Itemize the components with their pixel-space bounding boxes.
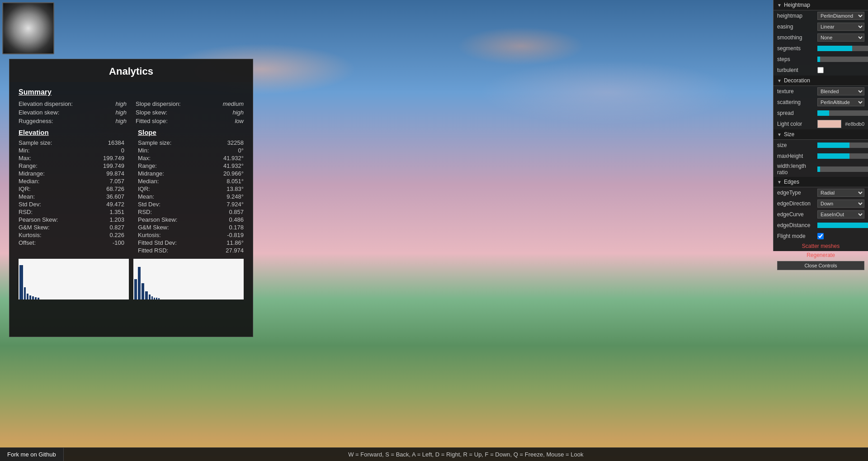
stat-label: Max: [138,155,151,162]
elev-stat-row: Mean:36.607 [19,193,124,200]
scattering-select[interactable]: PerlinAltitude Random None [817,98,864,106]
stat-label: Kurtosis: [19,232,42,238]
chart-bar [32,296,34,299]
edge-direction-select[interactable]: Down Up [817,200,864,208]
steps-label: steps [777,56,816,62]
flight-mode-row: Flight mode [774,231,868,242]
slope-stat-row: Midrange:20.966° [138,170,244,177]
scattering-label: scattering [777,99,816,105]
stat-label: Pearson Skew: [138,216,177,223]
edge-distance-slider[interactable] [817,223,868,228]
size-label: size [777,142,816,148]
chart-bar [29,295,31,299]
stat-label: Fitted RSD: [138,247,168,254]
fitted-slope-value: low [235,118,244,124]
smoothing-label: smoothing [777,34,816,41]
stat-label: Fitted Std Dev: [138,239,177,246]
size-slider[interactable] [817,143,868,148]
easing-select[interactable]: Linear EaseIn EaseOut [817,23,864,31]
chart-bar [145,291,148,299]
elevation-skew-row: Elevation skew: high [19,109,127,116]
elevation-dispersion-value: high [115,100,127,107]
spread-row: spread 32 [774,108,868,119]
stat-label: Mean: [138,193,154,200]
close-controls-button[interactable]: Close Controls [777,261,864,270]
stat-value: 99.874 [106,170,124,177]
steps-slider[interactable] [817,57,868,62]
spread-label: spread [777,110,816,116]
turbulent-label: turbulent [777,67,816,73]
heightmap-thumbnail [2,2,54,54]
spread-slider[interactable] [817,110,868,116]
texture-select[interactable]: Blended Solid None [817,87,864,95]
flight-mode-checkbox[interactable] [817,233,824,239]
slope-section-header[interactable]: Slope [138,128,244,136]
smoothing-select[interactable]: None Low Medium [817,33,864,42]
wl-ratio-slider[interactable] [817,166,868,172]
stat-value: 11.86° [226,239,244,246]
stat-value: 0.827 [109,224,124,231]
elev-stat-row: IQR:68.726 [19,185,124,193]
scatter-meshes-link[interactable]: Scatter meshes [774,242,868,251]
controls-hint: W = Forward, S = Back, A = Left, D = Rig… [64,451,868,458]
size-section-label: Size [784,131,794,138]
light-color-swatch[interactable] [817,120,841,128]
size-triangle-icon: ▼ [777,132,782,137]
stat-value: 7.057 [109,178,124,185]
stat-label: Std Dev: [19,201,41,208]
summary-section-header[interactable]: Summary [19,88,244,96]
stat-label: IQR: [138,185,150,192]
edge-curve-label: edgeCurve [777,211,816,218]
stat-value: 9.248° [226,193,244,200]
turbulent-checkbox[interactable] [817,67,824,73]
decoration-triangle-icon: ▼ [777,78,782,83]
stat-value: 0 [121,147,124,154]
slope-stat-row: Pearson Skew:0.486 [138,216,244,223]
elevation-col: Elevation Sample size:16384Min:0Max:199.… [19,128,124,254]
steps-slider-container: 1 [817,57,868,62]
stat-label: RSD: [19,209,33,215]
summary-grid: Elevation dispersion: high Slope dispers… [19,100,244,125]
stat-value: 16384 [108,139,124,146]
chart-bar [158,298,160,299]
regenerate-link[interactable]: Regenerate [774,251,868,260]
segments-slider-container: 127 [817,46,868,51]
stat-label: IQR: [19,185,31,192]
stat-value: 0.226 [109,232,124,238]
elev-stat-row: Kurtosis:0.226 [19,231,124,239]
texture-row: texture Blended Solid None [774,86,868,97]
elev-stat-row: RSD:1.351 [19,208,124,216]
slope-stat-row: Kurtosis:-0.819 [138,231,244,239]
heightmap-select[interactable]: PerlinDiamond Diamond Perlin [817,12,864,20]
elevation-section-header[interactable]: Elevation [19,128,124,136]
edge-type-label: edgeType [777,190,816,196]
github-link[interactable]: Fork me on Github [0,448,64,461]
slope-chart [133,259,244,299]
stat-label: Mean: [19,193,35,200]
edge-curve-row: edgeCurve EaseInOut Linear EaseIn EaseOu… [774,209,868,220]
slope-stat-row: Range:41.932° [138,162,244,170]
stat-label: G&M Skew: [19,224,50,231]
maxheight-slider[interactable] [817,153,868,159]
stat-value: 0.486 [229,216,244,223]
edge-distance-slider-container: 480 [817,223,868,228]
charts-area [19,259,244,304]
chart-bar [138,267,141,299]
edge-curve-select[interactable]: EaseInOut Linear EaseIn EaseOut [817,210,864,219]
stat-label: Sample size: [138,139,171,146]
edge-type-select[interactable]: Radial None Box [817,189,864,197]
elev-stat-row: Range:199.749 [19,162,124,170]
stat-label: Median: [19,178,39,185]
elevation-dispersion-row: Elevation dispersion: high [19,100,127,108]
fitted-slope-row: Fitted slope: low [136,117,244,125]
chart-bar [19,265,23,300]
elev-stat-row: Midrange:99.874 [19,170,124,177]
easing-label: easing [777,24,816,30]
texture-label: texture [777,88,816,95]
heightmap-section: ▼ Heightmap [774,0,868,10]
chart-bar [151,296,153,299]
elev-stat-row: Min:0 [19,147,124,154]
segments-slider[interactable] [817,46,868,51]
stat-label: G&M Skew: [138,224,169,231]
slope-dispersion-label: Slope dispersion: [136,100,181,107]
